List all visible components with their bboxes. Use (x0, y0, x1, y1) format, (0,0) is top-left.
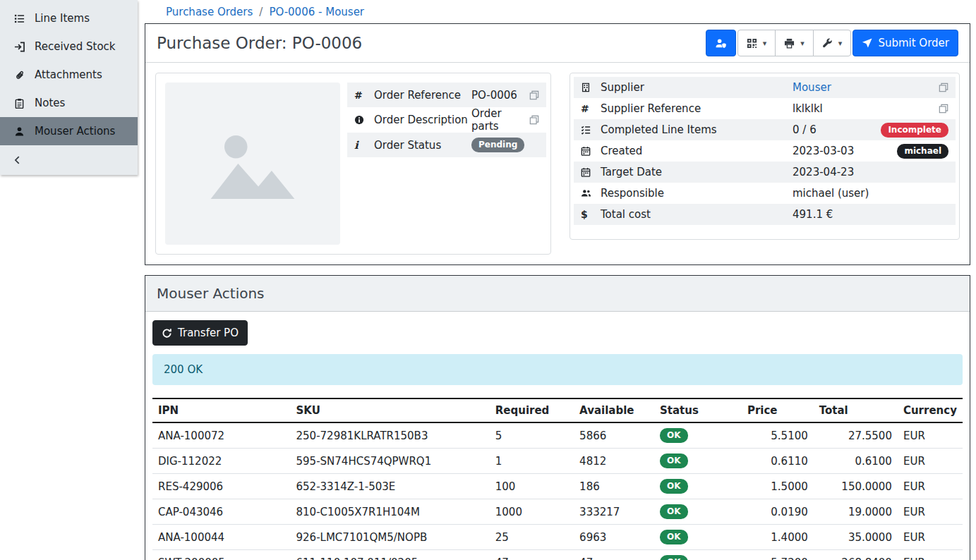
cell-required: 25 (490, 525, 574, 550)
detail-row-supplier-reference: # Supplier Reference lklklkl (574, 98, 956, 119)
image-placeholder-icon (200, 111, 306, 217)
chevron-down-icon: ▾ (838, 39, 843, 48)
list-check-icon (581, 125, 601, 135)
print-actions-button[interactable]: ▾ (775, 30, 814, 56)
cell-price: 1.4000 (742, 525, 814, 550)
cell-sku: 611-110.107.011/0205 (291, 550, 490, 560)
building-icon (581, 83, 601, 92)
order-actions-button[interactable]: ▾ (813, 30, 852, 56)
sidebar-item-mouser-actions[interactable]: Mouser Actions (0, 117, 138, 145)
cell-price: 5.7200 (742, 550, 814, 560)
sidebar: Line Items Received Stock Attachments No… (0, 0, 138, 560)
cell-available: 333217 (574, 499, 654, 525)
copy-icon[interactable] (529, 90, 539, 100)
cell-status: OK (654, 499, 742, 525)
user-icon (14, 126, 25, 137)
breadcrumb-separator: / (259, 6, 263, 18)
calendar-icon (581, 146, 601, 156)
breadcrumb-po-link[interactable]: PO-0006 - Mouser (269, 6, 364, 18)
cell-price: 0.0190 (742, 499, 814, 525)
mouser-actions-header: Mouser Actions (145, 276, 970, 312)
cell-ipn: RES-429006 (152, 474, 291, 499)
cell-total: 268.8400 (814, 550, 898, 560)
ok-badge: OK (660, 555, 688, 560)
cell-status: OK (654, 550, 742, 560)
sidebar-item-label: Line Items (35, 12, 90, 25)
copy-icon[interactable] (939, 83, 948, 92)
col-header-available: Available (574, 398, 654, 422)
submit-order-button[interactable]: Submit Order (853, 30, 958, 56)
sidebar-item-line-items[interactable]: Line Items (0, 4, 138, 32)
col-header-status: Status (654, 398, 742, 422)
cell-currency: EUR (898, 550, 963, 560)
hash-icon: # (581, 103, 601, 114)
detail-value: 491.1 € (793, 208, 948, 221)
detail-row-order-reference: # Order Reference PO-0006 (347, 83, 546, 107)
purchase-order-header: Purchase Order: PO-0006 ▾ (145, 24, 970, 63)
supplier-link[interactable]: Mouser (793, 81, 831, 94)
printer-icon (784, 38, 795, 49)
cell-sku: 926-LMC7101QM5/NOPB (291, 525, 490, 550)
cell-required: 100 (490, 474, 574, 499)
sidebar-item-received-stock[interactable]: Received Stock (0, 32, 138, 61)
cell-sku: 595-SN74HCS74QPWRQ1 (291, 449, 490, 474)
cell-required: 5 (490, 422, 574, 449)
barcode-actions-button[interactable]: ▾ (737, 30, 776, 56)
detail-value: 2023-03-03 (793, 145, 897, 157)
cell-ipn: ANA-100072 (152, 422, 291, 449)
cell-status: OK (654, 525, 742, 550)
mouser-actions-body: Transfer PO 200 OK IPN SKU Required Avai… (145, 312, 970, 560)
breadcrumb-purchase-orders-link[interactable]: Purchase Orders (166, 6, 253, 18)
breadcrumb: Purchase Orders / PO-0006 - Mouser (145, 0, 970, 23)
cell-currency: EUR (898, 474, 963, 499)
cell-sku: 250-72981KLRATR150B3 (291, 422, 490, 449)
transfer-po-button[interactable]: Transfer PO (152, 320, 248, 346)
order-image-placeholder[interactable] (165, 83, 340, 245)
cell-required: 47 (490, 550, 574, 560)
detail-row-order-status: i Order Status Pending (347, 133, 546, 157)
sidebar-item-label: Received Stock (35, 40, 116, 53)
ok-badge: OK (660, 454, 688, 468)
status-badge: Pending (471, 138, 524, 152)
list-icon (14, 13, 25, 24)
col-header-ipn: IPN (152, 398, 291, 422)
detail-value: 0 / 6 (793, 123, 881, 136)
paperclip-icon (14, 70, 25, 80)
cell-price: 1.5000 (742, 474, 814, 499)
main-content: Purchase Orders / PO-0006 - Mouser Purch… (138, 0, 976, 560)
detail-label: Supplier Reference (601, 102, 793, 115)
paper-plane-icon (862, 38, 872, 49)
cell-available: 6963 (574, 525, 654, 550)
incomplete-badge: Incomplete (881, 123, 948, 138)
po-action-button-group: ▾ ▾ ▾ (737, 30, 852, 56)
cell-available: 5866 (574, 422, 654, 449)
detail-row-created: Created 2023-03-03 michael (574, 140, 956, 162)
detail-label: Target Date (601, 166, 793, 178)
cell-status: OK (654, 449, 742, 474)
sidebar-collapse-button[interactable] (0, 145, 138, 175)
detail-row-supplier: Supplier Mouser (574, 77, 956, 98)
sidebar-menu: Line Items Received Stock Attachments No… (0, 0, 138, 175)
copy-icon[interactable] (529, 115, 539, 125)
order-details-card: # Order Reference PO-0006 Order Descript… (155, 73, 551, 255)
status-alert: 200 OK (152, 354, 963, 385)
col-header-required: Required (490, 398, 574, 422)
user-roles-button[interactable] (706, 30, 736, 56)
chevron-down-icon: ▾ (763, 39, 767, 48)
detail-value: 2023-04-23 (793, 166, 948, 178)
cell-total: 150.0000 (814, 474, 898, 499)
cell-total: 19.0000 (814, 499, 898, 525)
hash-icon: # (354, 90, 374, 101)
info-icon: i (354, 139, 374, 152)
transfer-po-label: Transfer PO (178, 327, 239, 339)
detail-label: Supplier (601, 81, 793, 94)
detail-value: lklklkl (793, 102, 939, 115)
cell-ipn: ANA-100044 (152, 525, 291, 550)
supplier-details-card: Supplier Mouser # Supplier Reference lkl… (570, 73, 960, 240)
sidebar-item-notes[interactable]: Notes (0, 89, 138, 117)
ok-badge: OK (660, 504, 688, 519)
cell-currency: EUR (898, 499, 963, 525)
copy-icon[interactable] (939, 104, 948, 114)
table-row: SWT-200005 611-110.107.011/0205 47 47 OK… (152, 550, 963, 560)
sidebar-item-attachments[interactable]: Attachments (0, 61, 138, 89)
